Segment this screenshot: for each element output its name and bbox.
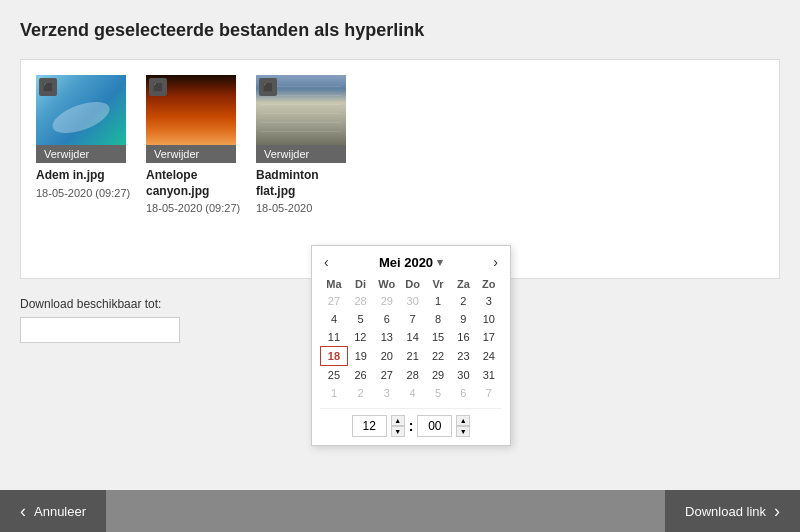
time-minutes-input[interactable] (417, 415, 452, 437)
calendar-day-3-0[interactable]: 18 (321, 347, 348, 366)
calendar-day-4-0[interactable]: 25 (321, 366, 348, 385)
calendar-header: ‹ Mei 2020 ▾ › (320, 254, 502, 270)
calendar-day-4-3[interactable]: 28 (400, 366, 425, 385)
calendar-week-1: 45678910 (321, 310, 502, 328)
calendar-day-3-2[interactable]: 20 (374, 347, 400, 366)
calendar-day-4-2[interactable]: 27 (374, 366, 400, 385)
calendar-day-0-1: 28 (347, 292, 373, 310)
remove-button-1[interactable]: Verwijder (36, 145, 126, 163)
calendar-day-1-2[interactable]: 6 (374, 310, 400, 328)
calendar-day-3-5[interactable]: 23 (451, 347, 476, 366)
time-hours-down[interactable]: ▼ (391, 426, 405, 437)
file-name-2: Antelope canyon.jpg (146, 168, 241, 199)
time-hours-input[interactable] (352, 415, 387, 437)
calendar-time-row: ▲ ▼ : ▲ ▼ (320, 408, 502, 437)
calendar-day-3-4[interactable]: 22 (425, 347, 450, 366)
day-header-zo: Zo (476, 276, 501, 292)
calendar-day-5-3: 4 (400, 384, 425, 402)
calendar-day-4-4[interactable]: 29 (425, 366, 450, 385)
thumbnail-3: ⬛ (256, 75, 346, 145)
calendar-week-3: 18192021222324 (321, 347, 502, 366)
calendar-week-0: 27282930123 (321, 292, 502, 310)
cancel-button[interactable]: Annuleer (0, 490, 106, 532)
calendar-day-2-3[interactable]: 14 (400, 328, 425, 347)
calendar-day-3-3[interactable]: 21 (400, 347, 425, 366)
calendar-day-0-5[interactable]: 2 (451, 292, 476, 310)
day-header-wo: Wo (374, 276, 400, 292)
file-card-1: ⬛ Verwijder Adem in.jpg 18-05-2020 (09:2… (36, 75, 131, 263)
files-area: ⬛ Verwijder Adem in.jpg 18-05-2020 (09:2… (20, 59, 780, 279)
day-header-do: Do (400, 276, 425, 292)
cancel-label: Annuleer (34, 504, 86, 519)
calendar-day-5-2: 3 (374, 384, 400, 402)
calendar-day-0-2: 29 (374, 292, 400, 310)
calendar-day-1-5[interactable]: 9 (451, 310, 476, 328)
calendar-day-1-3[interactable]: 7 (400, 310, 425, 328)
file-icon-symbol-2: ⬛ (153, 83, 163, 92)
calendar-day-4-5[interactable]: 30 (451, 366, 476, 385)
calendar-day-1-6[interactable]: 10 (476, 310, 501, 328)
download-link-button[interactable]: Download link (665, 490, 800, 532)
calendar-day-5-0: 1 (321, 384, 348, 402)
calendar-day-5-1: 2 (347, 384, 373, 402)
calendar-month-year: Mei 2020 (379, 255, 433, 270)
download-input[interactable] (20, 317, 180, 343)
calendar-day-1-4[interactable]: 8 (425, 310, 450, 328)
cancel-arrow-icon (20, 501, 26, 522)
calendar-body: 2728293012345678910111213141516171819202… (321, 292, 502, 402)
calendar-dropdown-icon[interactable]: ▾ (437, 256, 443, 269)
page-title: Verzend geselecteerde bestanden als hype… (20, 20, 780, 41)
calendar-popup: ‹ Mei 2020 ▾ › Ma Di Wo Do Vr Za Zo (311, 245, 511, 446)
day-header-vr: Vr (425, 276, 450, 292)
file-card-2: ⬛ Verwijder Antelope canyon.jpg 18-05-20… (146, 75, 241, 263)
calendar-day-2-6[interactable]: 17 (476, 328, 501, 347)
day-header-za: Za (451, 276, 476, 292)
calendar-day-3-1[interactable]: 19 (347, 347, 373, 366)
thumbnail-1: ⬛ (36, 75, 126, 145)
file-icon-symbol-3: ⬛ (263, 83, 273, 92)
calendar-next-button[interactable]: › (489, 254, 502, 270)
calendar-prev-button[interactable]: ‹ (320, 254, 333, 270)
main-content: Verzend geselecteerde bestanden als hype… (0, 0, 800, 490)
file-icon-2: ⬛ (149, 78, 167, 96)
file-icon-1: ⬛ (39, 78, 57, 96)
day-header-ma: Ma (321, 276, 348, 292)
footer: Annuleer Download link (0, 490, 800, 532)
calendar-day-1-0[interactable]: 4 (321, 310, 348, 328)
calendar-day-2-1[interactable]: 12 (347, 328, 373, 347)
calendar-days-header: Ma Di Wo Do Vr Za Zo (321, 276, 502, 292)
remove-button-3[interactable]: Verwijder (256, 145, 346, 163)
remove-button-2[interactable]: Verwijder (146, 145, 236, 163)
time-separator: : (409, 418, 414, 434)
calendar-day-0-4[interactable]: 1 (425, 292, 450, 310)
calendar-grid: Ma Di Wo Do Vr Za Zo 2728293012345678910… (320, 276, 502, 402)
calendar-day-2-4[interactable]: 15 (425, 328, 450, 347)
file-date-2: 18-05-2020 (09:27) (146, 202, 241, 214)
calendar-day-1-1[interactable]: 5 (347, 310, 373, 328)
day-header-di: Di (347, 276, 373, 292)
calendar-day-4-6[interactable]: 31 (476, 366, 501, 385)
calendar-title: Mei 2020 ▾ (379, 255, 443, 270)
calendar-day-0-3: 30 (400, 292, 425, 310)
calendar-week-2: 11121314151617 (321, 328, 502, 347)
calendar-header-row: Ma Di Wo Do Vr Za Zo (321, 276, 502, 292)
calendar-day-3-6[interactable]: 24 (476, 347, 501, 366)
calendar-day-4-1[interactable]: 26 (347, 366, 373, 385)
time-minutes-up[interactable]: ▲ (456, 415, 470, 426)
calendar-week-4: 25262728293031 (321, 366, 502, 385)
calendar-day-5-5: 6 (451, 384, 476, 402)
file-icon-3: ⬛ (259, 78, 277, 96)
calendar-day-0-0: 27 (321, 292, 348, 310)
calendar-day-0-6[interactable]: 3 (476, 292, 501, 310)
file-name-1: Adem in.jpg (36, 168, 131, 184)
calendar-day-2-0[interactable]: 11 (321, 328, 348, 347)
calendar-day-2-2[interactable]: 13 (374, 328, 400, 347)
calendar-day-2-5[interactable]: 16 (451, 328, 476, 347)
time-minutes-down[interactable]: ▼ (456, 426, 470, 437)
download-link-label: Download link (685, 504, 766, 519)
file-icon-symbol-1: ⬛ (43, 83, 53, 92)
download-link-arrow-icon (774, 501, 780, 522)
time-hours-up[interactable]: ▲ (391, 415, 405, 426)
time-minutes-spin: ▲ ▼ (456, 415, 470, 437)
file-date-3: 18-05-2020 (256, 202, 351, 214)
